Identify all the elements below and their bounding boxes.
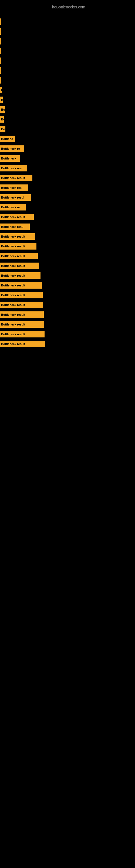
bar-label: B: [1, 88, 2, 92]
bar-label: Bottleneck result: [1, 235, 25, 238]
bar: E: [0, 77, 1, 84]
bar-row: Bottleneck result: [0, 340, 135, 348]
bar-row: [0, 37, 135, 45]
bar-label: E: [1, 50, 1, 53]
bar-label: Bottleneck result: [1, 313, 25, 316]
bar-label: Bottleneck result: [1, 284, 25, 287]
bar: Bottleneck result: [0, 311, 44, 318]
bar: Bottlene: [0, 135, 15, 142]
bar-row: Bottleneck result: [0, 310, 135, 319]
bar-label: Bo: [1, 118, 4, 121]
page-container: TheBottlenecker.com EEBBoBottBoBottBottl…: [0, 0, 135, 868]
bar-label: Bottleneck re: [1, 147, 20, 150]
bar-label: Bottleneck result: [1, 254, 25, 258]
bar-row: Bottleneck re: [0, 203, 135, 212]
bar-row: [0, 56, 135, 65]
bar-row: Bottleneck result: [0, 213, 135, 221]
bar-row: Bottleneck result: [0, 301, 135, 309]
bar: Bottleneck resul: [0, 194, 31, 201]
bar-row: Bottleneck result: [0, 320, 135, 329]
bar-label: E: [1, 79, 1, 82]
bar: Bottleneck result: [0, 282, 42, 289]
bar: B: [0, 87, 2, 93]
bar: Bo: [0, 97, 3, 103]
bar: Bo: [0, 116, 4, 123]
bar-label: Bottlene: [1, 137, 13, 141]
bar-label: Bottleneck result: [1, 215, 25, 219]
bar: [0, 58, 1, 64]
bar-label: Bottleneck resu: [1, 225, 24, 228]
bar: Bottleneck result: [0, 272, 41, 279]
bar-label: Bottleneck result: [1, 245, 25, 248]
bar-row: Bo: [0, 115, 135, 124]
bar-label: Bottleneck res: [1, 186, 21, 189]
bar: Bottleneck res: [0, 184, 28, 191]
bar-label: Bott: [1, 127, 5, 131]
bar: Bottleneck result: [0, 175, 32, 181]
bar-row: Bottleneck resu: [0, 222, 135, 231]
bar: Bottleneck result: [0, 292, 43, 299]
bar-row: Bottleneck: [0, 154, 135, 163]
bar-row: Bottleneck result: [0, 271, 135, 280]
bar: Bottleneck result: [0, 321, 44, 328]
bar: Bottleneck result: [0, 233, 35, 240]
bar: [0, 19, 1, 25]
bar-row: [0, 27, 135, 36]
bar: Bottleneck result: [0, 262, 39, 269]
bar: [0, 38, 1, 44]
bar-row: B: [0, 86, 135, 94]
bar-label: Bottleneck resul: [1, 196, 24, 199]
bar-label: Bottleneck result: [1, 323, 25, 326]
bar-row: Bottleneck result: [0, 174, 135, 182]
bar-label: Bo: [1, 98, 3, 101]
bar: Bottleneck res: [0, 165, 27, 172]
bar-row: Bo: [0, 95, 135, 104]
bar: Bottleneck re: [0, 204, 26, 211]
bar: Bottleneck result: [0, 214, 34, 220]
bar-row: Bottleneck res: [0, 183, 135, 192]
bar: Bottleneck re: [0, 145, 24, 152]
bar-label: Bottleneck result: [1, 264, 25, 268]
bar: Bott: [0, 126, 5, 132]
bar: Bottleneck resu: [0, 223, 30, 230]
bar-row: Bottleneck result: [0, 291, 135, 300]
bar-row: [0, 18, 135, 26]
bar-row: Bottleneck result: [0, 232, 135, 241]
bar-row: Bott: [0, 105, 135, 114]
bar-label: Bottleneck re: [1, 206, 20, 209]
bar: Bottleneck result: [0, 331, 45, 337]
bar-row: Bottleneck result: [0, 242, 135, 251]
bar-row: Bottleneck result: [0, 261, 135, 270]
bar-row: E: [0, 46, 135, 55]
bar: Bott: [0, 106, 5, 113]
bar-row: Bottleneck result: [0, 281, 135, 290]
bar-row: Bottleneck re: [0, 144, 135, 153]
bar-row: Bott: [0, 125, 135, 133]
bar-label: Bottleneck result: [1, 176, 25, 180]
bar-label: Bottleneck result: [1, 342, 25, 346]
bars-container: EEBBoBottBoBottBottleneBottleneck reBott…: [0, 14, 135, 352]
bar: Bottleneck result: [0, 302, 43, 308]
bar-row: Bottlene: [0, 134, 135, 143]
bar: Bottleneck: [0, 155, 20, 162]
bar-label: Bottleneck result: [1, 293, 25, 297]
bar-row: E: [0, 76, 135, 85]
bar: [0, 67, 1, 74]
bar-row: Bottleneck res: [0, 164, 135, 173]
bar-row: Bottleneck result: [0, 252, 135, 260]
bar: Bottleneck result: [0, 341, 45, 347]
bar-row: Bottleneck result: [0, 330, 135, 339]
bar-label: Bott: [1, 108, 5, 111]
bar: Bottleneck result: [0, 243, 37, 250]
site-title: TheBottlenecker.com: [0, 3, 135, 14]
bar-label: Bottleneck result: [1, 333, 25, 336]
bar: E: [0, 48, 1, 54]
bar-row: Bottleneck resul: [0, 193, 135, 202]
bar: [0, 28, 1, 35]
bar-label: Bottleneck: [1, 157, 16, 160]
bar-row: [0, 66, 135, 75]
bar-label: Bottleneck res: [1, 166, 21, 170]
bar: Bottleneck result: [0, 253, 38, 259]
bar-label: Bottleneck result: [1, 303, 25, 307]
bar-label: Bottleneck result: [1, 274, 25, 277]
